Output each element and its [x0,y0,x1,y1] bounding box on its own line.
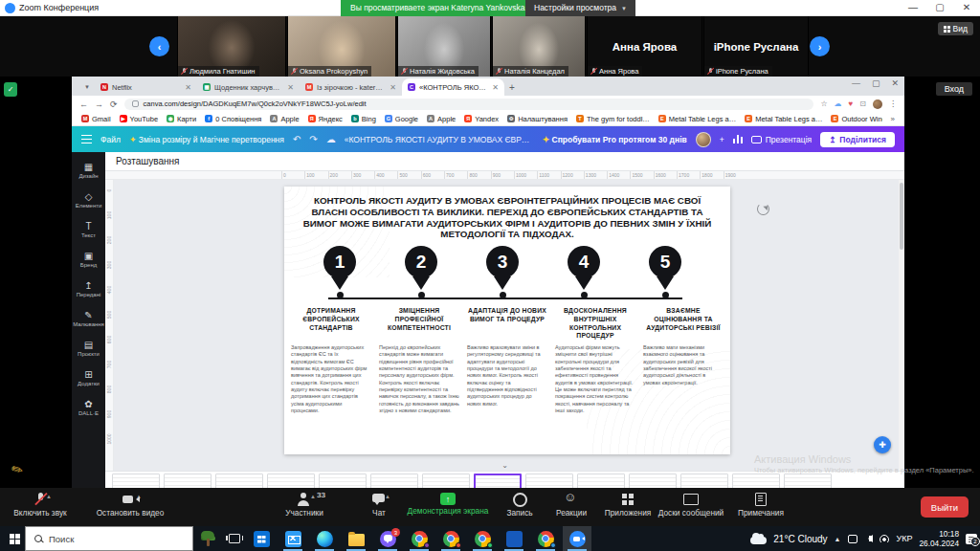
slide[interactable]: КОНТРОЛЬ ЯКОСТІ АУДИТУ В УМОВАХ ЄВРОІНТЕ… [284,187,730,454]
canva-avatar[interactable] [696,132,711,147]
zoom-toolbar-item[interactable]: ▲ Доски сообщений [658,492,724,524]
forward-button[interactable]: → [95,99,103,109]
try-pro-button[interactable]: ✦ Спробувати Pro протягом 30 днів [543,135,687,144]
browser-maximize-button[interactable]: ▢ [872,78,880,88]
zoom-toolbar-item[interactable]: ▲ Демонстрация экрана [400,492,496,524]
notification-center-icon[interactable]: 2 [966,534,977,544]
tab-close-icon[interactable]: ✕ [185,83,191,92]
browser-tab[interactable]: ▦ Щоденник харчування та тр… ✕ [197,78,300,96]
workspace-scrollbar[interactable] [899,180,904,471]
sidebar-item[interactable]: ◇ Елементи [72,187,105,214]
minimize-button[interactable]: — [905,1,921,14]
taskbar-app[interactable] [405,526,434,551]
bookmark-item[interactable]: G Google [385,115,418,123]
zoom-toolbar-item[interactable]: ▲ Включить звук [0,492,80,524]
timeline-pin[interactable]: 2 [405,246,437,278]
bookmark-item[interactable]: ◉ Карти [167,115,196,123]
device-icon[interactable] [848,535,858,543]
sidebar-item[interactable]: ⊞ Додатки [72,364,105,392]
browser-minimize-button[interactable]: — [852,78,860,88]
chevron-up-icon[interactable]: ▲ [136,494,142,499]
browser-menu-icon[interactable]: ⋮ [889,99,897,108]
timeline-pin[interactable]: 4 [568,246,600,278]
weather-cloud-icon[interactable] [750,537,767,544]
bookmark-item[interactable]: f 0 Сповіщення [205,115,261,123]
bookmark-item[interactable]: b Bing [351,115,376,123]
sidebar-item[interactable]: T Текст [72,216,105,244]
clock[interactable]: 10:1826.04.2024 [919,529,959,549]
omnibox[interactable]: canva.com/design/DAGDKuqEM7w/Q0ck2oVNkYF… [124,99,814,110]
speaker-icon[interactable] [864,535,873,542]
floating-assistant-button[interactable]: ✚ [874,436,891,453]
task-view-button[interactable] [220,526,249,551]
taskbar-app[interactable] [247,526,276,551]
sidebar-item[interactable]: ▤ Проєкти [72,335,105,363]
scrollbar-thumb[interactable] [900,183,903,250]
bookmark-star-icon[interactable]: ☆ [820,99,827,108]
view-button[interactable]: Вид [938,22,973,35]
slide-column[interactable]: АДАПТАЦІЯ ДО НОВИХ ВИМОГ ТА ПРОЦЕДУР Важ… [467,307,547,414]
bonsai-app-icon[interactable] [193,526,222,551]
sidebar-item[interactable]: ↥ Передані [72,276,105,303]
view-settings-button[interactable]: Настройки просмотра▼ [525,0,635,16]
zoom-toolbar-item[interactable]: ▲ Запись [498,492,542,524]
bookmark-item[interactable]: ⚙ Налаштування [507,115,568,123]
bookmark-item[interactable]: Я Yandex [464,115,499,123]
resize-magic-button[interactable]: ✦ Зміна розміру й Магічне перетворення [129,135,284,144]
zoom-toolbar-item[interactable]: ▲ Реакции [546,492,597,524]
menu-icon[interactable] [81,135,92,143]
slide-column[interactable]: ЗМІЦНЕННЯ ПРОФЕСІЙНОЇ КОМПЕТЕНТНОСТІ Пер… [379,307,459,414]
close-button[interactable]: ✕ [959,1,974,14]
timeline-pin[interactable]: 5 [649,246,681,278]
add-member-icon[interactable]: + [720,135,724,144]
present-button[interactable]: Презентація [751,135,813,144]
document-title[interactable]: «КОНТРОЛЬ ЯКОСТІ АУДИТУ В УМОВАХ ЄВРОІНТ… [345,135,534,144]
tab-close-icon[interactable]: ✕ [492,83,499,92]
participant-tile[interactable]: Анна Ярова Анна Ярова [587,16,702,77]
taskbar-app[interactable] [500,526,528,551]
timeline-pin[interactable]: 3 [486,246,519,278]
refresh-icon[interactable] [757,203,769,215]
participant-tile[interactable]: Наталія Жидовська Наталія Жидовська [397,16,491,77]
undo-icon[interactable]: ↶ [293,134,301,144]
slide-column[interactable]: ВЗАЄМНЕ ОЦІНЮВАННЯ ТА АУДИТОРСЬКІ РЕВІЗІ… [643,307,724,414]
taskbar-app[interactable] [531,526,560,551]
tray-expand-icon[interactable]: ▲ [835,536,841,542]
site-info-icon[interactable] [132,100,139,107]
language-indicator[interactable]: УКР [897,534,913,543]
zoom-toolbar-item[interactable]: 33 ▲ Участники [264,492,345,524]
participant-tile[interactable]: iPhone Руслана iPhone Руслана [703,16,809,77]
signin-button[interactable]: Вход [936,82,972,96]
taskbar-app[interactable]: 3 [373,526,402,551]
annotation-pencil-icon[interactable]: ✎ [9,460,26,479]
participant-tile[interactable]: Наталія Канцедал Наталія Канцедал [492,16,586,77]
back-button[interactable]: ← [79,99,88,109]
browser-tab[interactable]: M Із зірочкою - kateryna.synel… ✕ [300,78,402,96]
chevron-up-icon[interactable]: ▲ [385,494,390,499]
zoom-toolbar-item[interactable]: ▲ Чат [354,492,404,524]
bookmarks-overflow-button[interactable]: » [891,115,895,123]
file-menu[interactable]: Файл [100,135,121,144]
zoom-toolbar-item[interactable]: ▲ Приложения [599,492,657,524]
zoom-toolbar-item[interactable]: ▲ Остановить видео [80,492,180,524]
bookmark-item[interactable]: E Outdoor Wine Tabl… [831,115,881,123]
weather-text[interactable]: 21°C Cloudy [773,534,827,544]
timeline-pin[interactable]: 1 [323,246,356,278]
taskbar-app[interactable] [563,526,591,551]
bookmark-item[interactable]: M Gmail [81,115,111,123]
zoom-toolbar-item[interactable]: ▲ Примечания [729,492,792,524]
sidebar-item[interactable]: ▣ Бренд [72,246,105,274]
bookmark-item[interactable]: Я Яндекс [308,115,343,123]
browser-tab[interactable]: N Netflix ✕ [95,78,197,96]
slide-column[interactable]: ВДОСКОНАЛЕННЯ ВНУТРІШНІХ КОНТРОЛЬНИХ ПРО… [555,307,635,414]
insights-icon[interactable] [733,135,743,143]
bookmark-item[interactable]: T The gym for toddl… [576,115,650,123]
taskbar-search-input[interactable]: Поиск [25,526,193,551]
reload-button[interactable]: ⟳ [110,99,118,109]
taskbar-app[interactable] [342,526,370,551]
participant-tile[interactable]: Людмила Гнатишин Людмила Гнатишин [177,16,286,77]
extensions-puzzle-icon[interactable]: ⊡ [859,99,866,108]
scroll-participants-left-button[interactable]: ‹ [149,36,169,56]
position-button[interactable]: Розташування [116,156,180,166]
bookmark-item[interactable]: E Metal Table Legs a… [745,115,822,123]
